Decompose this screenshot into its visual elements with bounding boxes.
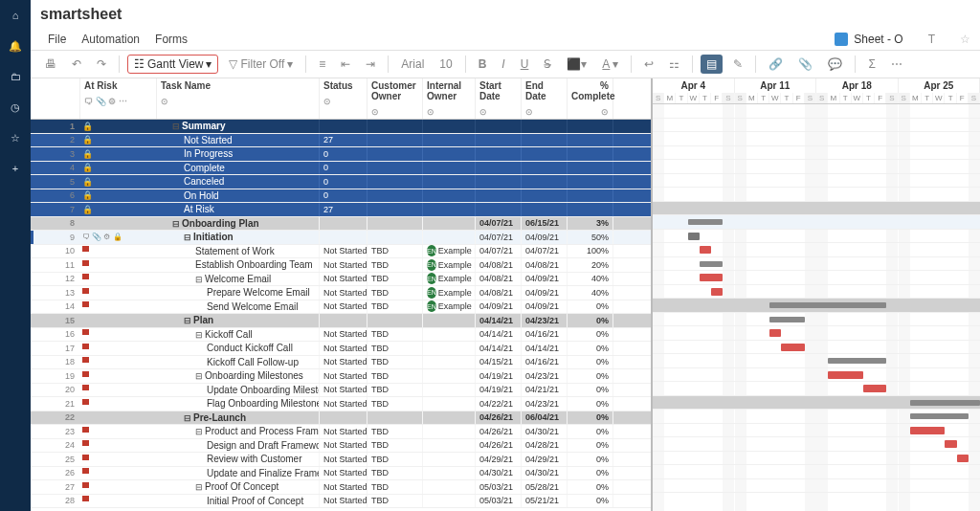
cell-ed[interactable]: 05/21/21: [522, 495, 568, 508]
col-end-date[interactable]: End Date: [525, 80, 563, 101]
cell-ed[interactable]: 06/04/21: [522, 411, 568, 425]
flag-icon[interactable]: [82, 329, 90, 339]
cell-task[interactable]: ⊟Initiation: [157, 231, 320, 244]
undo-icon[interactable]: ↶: [67, 55, 86, 74]
cell-task[interactable]: ⊟Proof Of Concept: [157, 480, 320, 494]
grid-row[interactable]: 8⊟Onboarding Plan04/07/2106/15/213%: [31, 217, 651, 232]
cell-task[interactable]: Flag Onboarding Milestones: [157, 397, 320, 411]
cell-status[interactable]: Not Started: [320, 328, 368, 342]
cell-task[interactable]: Update and Finalize Framework: [157, 467, 320, 480]
atrisk-cell[interactable]: [80, 260, 157, 270]
cell-io[interactable]: ENExample Nar: [423, 258, 476, 272]
cell-status[interactable]: Not Started: [320, 453, 368, 466]
grid-row[interactable]: 22⊟Pre-Launch04/26/2106/04/210%: [31, 411, 651, 426]
gantt-bar[interactable]: [781, 344, 804, 351]
gantt-row[interactable]: [653, 230, 980, 244]
cell-co[interactable]: [368, 203, 423, 216]
cell-io[interactable]: [423, 384, 476, 397]
formula-icon[interactable]: Σ: [863, 55, 880, 74]
cell-ed[interactable]: 04/09/21: [522, 273, 568, 286]
cell-co[interactable]: [368, 134, 423, 147]
cell-pc[interactable]: 0%: [568, 453, 613, 466]
cell-sd[interactable]: 04/07/21: [476, 231, 522, 244]
cell-task[interactable]: ⊟Welcome Email: [157, 273, 320, 286]
cell-ed[interactable]: 04/23/21: [522, 397, 568, 411]
cell-sd[interactable]: 04/30/21: [476, 467, 522, 480]
atrisk-cell[interactable]: [80, 246, 157, 256]
cell-sd[interactable]: 04/07/21: [476, 217, 522, 231]
gantt-row[interactable]: [653, 202, 980, 216]
cell-sd[interactable]: 04/19/21: [476, 369, 522, 383]
cell-co[interactable]: TBD: [368, 342, 423, 355]
cell-task[interactable]: ⊟Onboarding Milestones: [157, 369, 320, 383]
cell-status[interactable]: [320, 314, 368, 327]
gantt-row[interactable]: [653, 354, 980, 368]
gantt-row[interactable]: [653, 326, 980, 341]
cell-task[interactable]: ⊟Pre-Launch: [157, 411, 320, 425]
cell-ed[interactable]: [522, 120, 568, 133]
cell-pc[interactable]: [568, 120, 613, 133]
atrisk-cell[interactable]: [80, 440, 157, 450]
cell-co[interactable]: TBD: [368, 439, 423, 453]
cell-pc[interactable]: 50%: [568, 231, 613, 244]
grid-row[interactable]: 9🗨 📎 ⚙ 🔒⊟Initiation04/07/2104/09/2150%: [31, 231, 651, 245]
recent-icon[interactable]: ◷: [8, 100, 23, 115]
grid-row[interactable]: 11Establish Onboarding TeamNot StartedTB…: [31, 258, 651, 273]
gantt-row[interactable]: [653, 257, 980, 272]
cell-pc[interactable]: [568, 175, 613, 189]
cell-io[interactable]: [423, 189, 476, 203]
outdent-icon[interactable]: ⇤: [336, 55, 355, 74]
flag-icon[interactable]: [82, 496, 90, 505]
atrisk-cell[interactable]: [80, 427, 157, 436]
cell-io[interactable]: [423, 439, 476, 453]
gantt-bar[interactable]: [910, 413, 969, 419]
flag-icon[interactable]: [82, 344, 90, 353]
cell-sd[interactable]: [476, 189, 522, 203]
cell-pc[interactable]: 0%: [568, 342, 613, 355]
flag-icon[interactable]: [82, 455, 90, 464]
cell-ed[interactable]: 04/09/21: [522, 300, 568, 314]
cell-pc[interactable]: 0%: [568, 328, 613, 342]
gantt-bar[interactable]: [769, 317, 805, 322]
cell-task[interactable]: At Risk: [157, 203, 320, 216]
cell-co[interactable]: [368, 162, 423, 175]
gantt-row[interactable]: [653, 271, 980, 285]
comment-icon[interactable]: 💬: [823, 55, 847, 74]
cell-ed[interactable]: 06/15/21: [522, 217, 568, 231]
col-start-date[interactable]: Start Date: [479, 80, 517, 101]
bell-icon[interactable]: 🔔: [8, 38, 23, 54]
atrisk-cell[interactable]: 🗨 📎 ⚙ 🔒: [80, 233, 157, 241]
atrisk-cell[interactable]: 🔒: [80, 122, 157, 131]
cell-io[interactable]: ENExample Nar: [423, 300, 476, 314]
grid-row[interactable]: 26Update and Finalize FrameworkNot Start…: [31, 467, 651, 481]
flag-icon[interactable]: [82, 260, 90, 270]
cell-ed[interactable]: 04/08/21: [522, 258, 568, 272]
cell-pc[interactable]: 0%: [568, 369, 613, 383]
grid-row[interactable]: 12⊟Welcome EmailNot StartedTBDENExample …: [31, 273, 651, 287]
cell-co[interactable]: TBD: [368, 453, 423, 466]
gantt-row[interactable]: [653, 382, 980, 396]
cell-io[interactable]: ENExample Nar: [423, 273, 476, 286]
gantt-row[interactable]: [653, 299, 980, 313]
gantt-bar[interactable]: [769, 329, 781, 337]
cell-status[interactable]: Not Started: [320, 480, 368, 494]
folder-icon[interactable]: 🗀: [8, 69, 23, 84]
gantt-bar[interactable]: [700, 261, 723, 267]
wrap-icon[interactable]: ↩: [639, 55, 658, 74]
cell-io[interactable]: [423, 147, 476, 161]
flag-icon[interactable]: [82, 427, 90, 436]
cell-status[interactable]: Not Started: [320, 286, 368, 300]
flag-icon[interactable]: [82, 399, 90, 409]
flag-icon[interactable]: [82, 468, 90, 478]
edit-icon[interactable]: ✎: [728, 55, 747, 74]
grid-row[interactable]: 13Prepare Welcome EmailNot StartedTBDENE…: [31, 286, 651, 300]
cell-task[interactable]: Review with Customer: [157, 453, 320, 466]
atrisk-cell[interactable]: [80, 496, 157, 505]
indent-icon[interactable]: ⇥: [361, 55, 380, 74]
cell-status[interactable]: Not Started: [320, 439, 368, 453]
cell-ed[interactable]: 04/29/21: [522, 453, 568, 466]
cell-io[interactable]: [423, 231, 476, 244]
cell-task[interactable]: Conduct Kickoff Call: [157, 342, 320, 355]
atrisk-cell[interactable]: 🔒: [80, 205, 157, 214]
expand-icon[interactable]: ⊟: [184, 316, 193, 325]
